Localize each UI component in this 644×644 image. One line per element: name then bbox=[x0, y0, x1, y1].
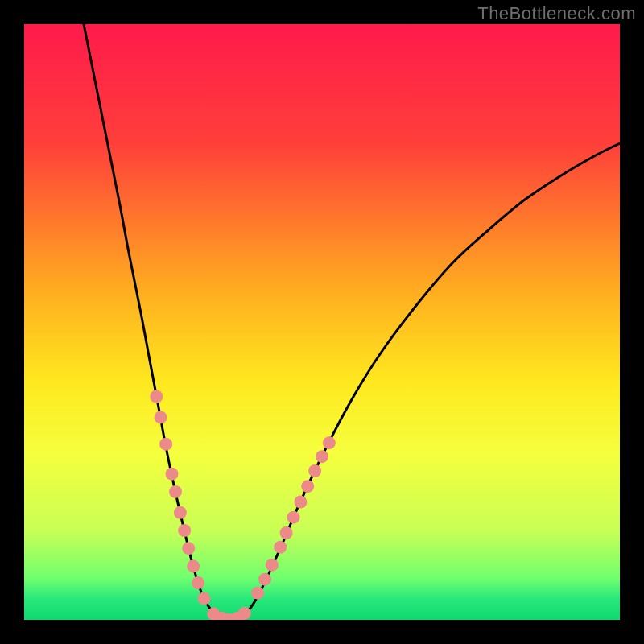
marker-dot bbox=[323, 436, 336, 449]
marker-dot bbox=[166, 468, 179, 481]
marker-dot bbox=[150, 390, 163, 403]
marker-dot bbox=[274, 541, 287, 554]
marker-dot bbox=[301, 480, 314, 493]
marker-dot bbox=[187, 559, 200, 572]
marker-dot bbox=[174, 506, 187, 519]
marker-dot bbox=[308, 464, 321, 477]
gradient-background bbox=[24, 24, 620, 620]
marker-dot bbox=[198, 592, 211, 605]
marker-dot bbox=[238, 607, 251, 620]
marker-dot bbox=[287, 511, 300, 524]
marker-dot bbox=[169, 485, 182, 498]
marker-dot bbox=[192, 576, 204, 589]
marker-dot bbox=[266, 559, 279, 572]
marker-dot bbox=[294, 496, 307, 509]
marker-dot bbox=[159, 438, 172, 451]
marker-dot bbox=[316, 450, 328, 463]
chart-svg bbox=[24, 24, 620, 620]
plot-area bbox=[24, 24, 620, 620]
marker-dot bbox=[258, 573, 271, 586]
chart-frame: TheBottleneck.com bbox=[0, 0, 644, 644]
marker-dot bbox=[280, 526, 293, 539]
marker-dot bbox=[251, 587, 264, 600]
marker-dot bbox=[178, 524, 191, 537]
marker-dot bbox=[155, 411, 167, 423]
marker-dot bbox=[182, 542, 195, 555]
watermark-text: TheBottleneck.com bbox=[477, 3, 636, 24]
